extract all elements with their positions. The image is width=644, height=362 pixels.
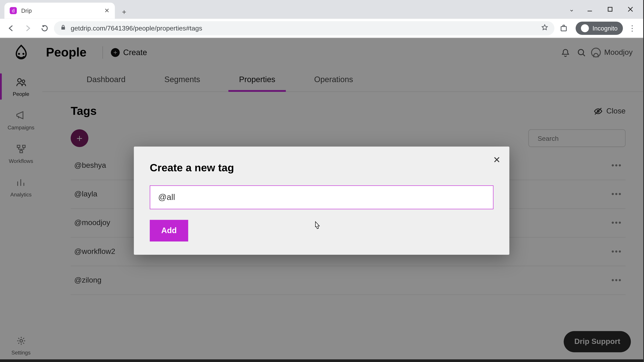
tab-close-icon[interactable]: ✕ (104, 7, 110, 14)
address-bar[interactable]: getdrip.com/7641396/people/properties#ta… (54, 21, 554, 35)
add-button[interactable]: Add (150, 220, 188, 242)
url-text: getdrip.com/7641396/people/properties#ta… (70, 24, 537, 32)
svg-rect-4 (561, 26, 566, 31)
window-minimize-button[interactable] (580, 2, 600, 16)
svg-rect-5 (563, 25, 565, 26)
create-tag-modal: ✕ Create a new tag Add (134, 147, 509, 255)
window-maximize-button[interactable] (600, 2, 620, 16)
modal-title: Create a new tag (150, 162, 494, 174)
incognito-icon (581, 24, 589, 32)
browser-toolbar: getdrip.com/7641396/people/properties#ta… (0, 18, 643, 38)
bookmark-star-icon[interactable] (541, 24, 548, 32)
browser-tab[interactable]: d Drip ✕ (4, 3, 115, 18)
tab-dropdown-icon[interactable]: ⌄ (564, 6, 580, 13)
window-controls: ⌄ (564, 0, 643, 18)
window-titlebar: d Drip ✕ ＋ ⌄ (0, 0, 643, 18)
tab-title: Drip (21, 7, 100, 14)
tag-name-field[interactable] (150, 185, 494, 209)
incognito-label: Incognito (592, 24, 618, 31)
drip-favicon: d (10, 7, 17, 14)
svg-rect-1 (608, 7, 612, 11)
cursor-pointer-icon (313, 221, 322, 232)
incognito-badge[interactable]: Incognito (576, 21, 623, 35)
browser-menu-button[interactable]: ⋮ (625, 20, 640, 35)
lock-icon (60, 24, 66, 32)
tag-name-input[interactable] (158, 192, 485, 202)
add-label: Add (161, 226, 176, 235)
nav-forward-button[interactable] (20, 20, 36, 35)
taskbar (0, 359, 643, 362)
modal-backdrop[interactable]: ✕ Create a new tag Add (0, 38, 643, 362)
extensions-icon[interactable] (556, 20, 572, 35)
nav-reload-button[interactable] (37, 20, 52, 35)
window-close-button[interactable] (620, 2, 640, 16)
new-tab-button[interactable]: ＋ (118, 5, 131, 18)
nav-back-button[interactable] (4, 20, 18, 35)
modal-close-icon[interactable]: ✕ (493, 155, 500, 165)
